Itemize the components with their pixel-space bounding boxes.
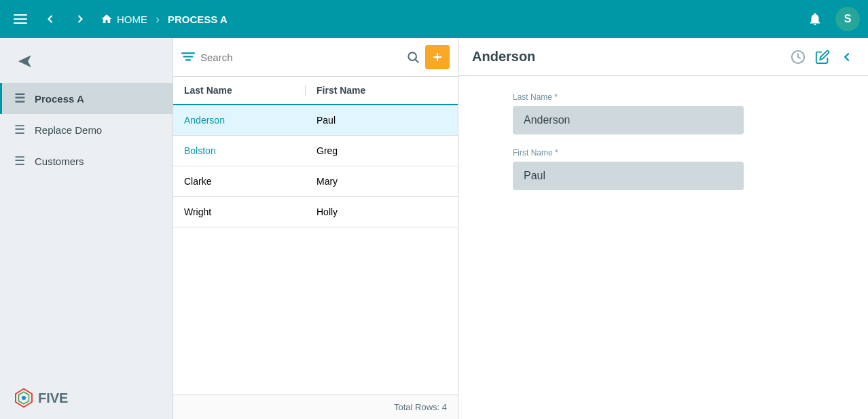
edit-icon [815,50,830,65]
search-bar [173,38,458,77]
sidebar: ➤ ☰ Process A ☰ Replace Demo ☰ Customers [0,38,173,419]
five-logo-icon [14,388,34,408]
menu-lines-icon: ☰ [14,124,25,136]
table-row[interactable]: Wright Holly [173,197,458,227]
col-last-name: Last Name [173,85,306,96]
plus-icon [431,51,444,63]
detail-header: Anderson [458,38,868,76]
five-logo: FIVE [14,388,68,408]
nav-right: S [803,7,860,31]
cell-first-name: Greg [306,145,458,156]
cell-last-name: Bolston [173,145,306,156]
total-rows-label: Total Rows: 4 [394,402,447,412]
svg-point-2 [22,396,26,400]
process-label: PROCESS A [168,14,228,25]
svg-rect-4 [183,56,194,57]
table-row[interactable]: Anderson Paul [173,105,458,136]
notifications-button[interactable] [803,7,827,31]
center-panel: Last Name First Name Anderson Paul Bolst… [173,38,458,419]
first-name-label: First Name * [513,148,814,158]
detail-actions [791,50,854,65]
back-button[interactable] [38,7,62,31]
history-icon [791,50,806,65]
main-layout: ➤ ☰ Process A ☰ Replace Demo ☰ Customers [0,38,868,419]
menu-lines-icon: ☰ [14,92,25,105]
back-detail-icon [839,50,854,65]
home-label: HOME [117,14,147,25]
forward-button[interactable] [68,7,92,31]
last-name-input[interactable] [513,106,744,134]
detail-body: Last Name * First Name * [458,76,868,206]
sidebar-item-label: Customers [35,156,84,167]
hamburger-menu-button[interactable] [8,7,33,31]
add-button[interactable] [425,45,450,69]
nav-separator: › [156,12,160,26]
search-button[interactable] [406,50,420,64]
back-icon [43,12,57,26]
bell-icon [808,12,822,26]
share-icon: ➤ [18,50,33,72]
svg-rect-5 [185,59,191,60]
five-logo-text: FIVE [38,390,68,406]
detail-panel: Anderson [458,38,868,419]
sidebar-item-label: Replace Demo [35,124,102,136]
hamburger-icon [14,14,27,24]
detail-title: Anderson [472,49,791,65]
first-name-input[interactable] [513,162,744,190]
cell-last-name: Clarke [173,176,306,187]
first-name-field: First Name * [513,148,814,190]
menu-lines-icon: ☰ [14,155,25,167]
cell-first-name: Mary [306,176,458,187]
svg-rect-3 [181,52,195,54]
data-table: Last Name First Name Anderson Paul Bolst… [173,77,458,395]
cell-last-name: Anderson [173,115,306,126]
table-footer: Total Rows: 4 [173,395,458,419]
home-icon [101,13,113,25]
table-header: Last Name First Name [173,77,458,105]
back-detail-button[interactable] [839,50,854,65]
top-nav: HOME › PROCESS A S [0,0,868,38]
share-button[interactable]: ➤ [8,43,42,77]
last-name-field: Last Name * [513,92,814,134]
sidebar-bottom: FIVE [0,377,173,419]
home-link[interactable]: HOME [101,13,147,25]
user-avatar[interactable]: S [835,7,860,31]
search-icon [406,50,420,64]
sidebar-item-label: Process A [35,93,84,105]
search-input[interactable] [200,52,401,63]
edit-button[interactable] [815,50,830,65]
table-row[interactable]: Clarke Mary [173,166,458,197]
history-button[interactable] [791,50,806,65]
svg-line-7 [416,60,419,63]
filter-icon [181,52,195,62]
forward-icon [73,12,87,26]
col-first-name: First Name [306,85,458,96]
sidebar-item-customers[interactable]: ☰ Customers [0,145,173,177]
cell-first-name: Holly [306,206,458,217]
sidebar-menu: ☰ Process A ☰ Replace Demo ☰ Customers [0,83,173,377]
sidebar-item-replace-demo[interactable]: ☰ Replace Demo [0,114,173,145]
empty-row [173,227,458,247]
last-name-label: Last Name * [513,92,814,102]
sidebar-item-process-a[interactable]: ☰ Process A [0,83,173,114]
cell-first-name: Paul [306,115,458,126]
table-row[interactable]: Bolston Greg [173,136,458,166]
svg-point-6 [408,52,416,60]
cell-last-name: Wright [173,206,306,217]
